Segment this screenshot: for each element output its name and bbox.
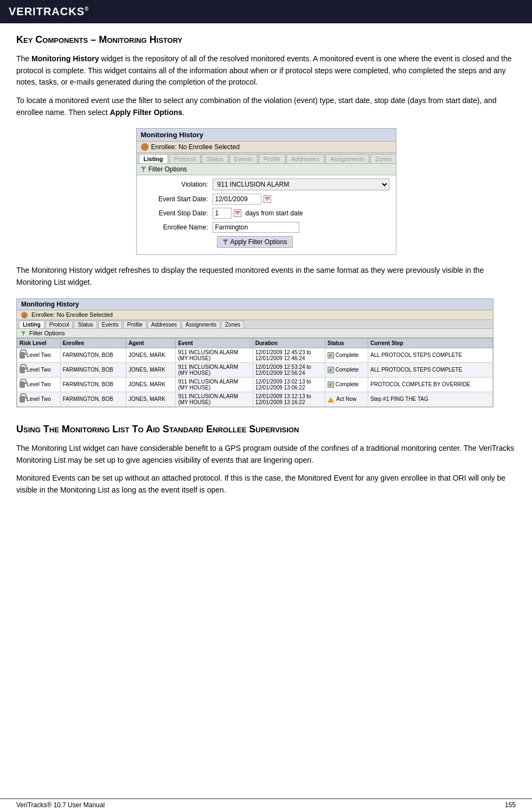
widget1-tabs: Listing Protocol Status Events Profile A… xyxy=(137,153,396,164)
widget1-titlebar: Monitoring History xyxy=(137,129,396,142)
start-date-label: Event Start Date: xyxy=(143,195,208,203)
tab-status[interactable]: Status xyxy=(202,154,228,163)
col-enrollee: Enrollee xyxy=(60,338,126,348)
lock-icon xyxy=(20,352,25,359)
stop-date-input[interactable] xyxy=(213,208,232,219)
section2-title: Using the Monitoring List to Aid Standar… xyxy=(16,424,516,435)
cell-status: ✓ Complete xyxy=(325,377,368,392)
tab-addresses[interactable]: Addresses xyxy=(286,154,324,163)
widget2-titlebar: Monitoring History xyxy=(17,299,493,310)
apply-filter-bold: Apply Filter Options xyxy=(110,108,183,117)
violation-select[interactable]: 911 INCLUSION ALARM xyxy=(213,178,389,190)
col-status: Status xyxy=(325,338,368,348)
widget1-screenshot: Monitoring History Enrollee: No Enrollee… xyxy=(16,128,516,255)
cell-event: 911 INCLUSION ALARM(MY HOUSE) xyxy=(176,377,253,392)
widget2-tab-profile[interactable]: Profile xyxy=(123,321,146,328)
widget1-enrollee-label: Enrollee: No Enrollee Selected xyxy=(151,143,240,151)
complete-icon: ✓ xyxy=(328,352,334,359)
cell-agent: JONES, MARK xyxy=(126,377,176,392)
col-risk-level: Risk Level xyxy=(17,338,61,348)
cell-event: 911 INCLUSION ALARM(MY HOUSE) xyxy=(176,362,253,377)
monitoring-history-table: Risk Level Enrollee Agent Event Duration… xyxy=(17,338,493,407)
cell-step: ALL PROTOCOL STEPS COMPLETE xyxy=(368,348,492,362)
cell-risk: Level Two xyxy=(17,377,61,392)
stop-date-label: Event Stop Date: xyxy=(143,209,208,217)
complete-icon: ✓ xyxy=(328,367,334,373)
widget2-enrollee-bar: Enrollee: No Enrollee Selected xyxy=(17,310,493,320)
complete-icon: ✓ xyxy=(328,381,334,388)
stop-date-calendar-icon[interactable]: 📅 xyxy=(234,209,241,217)
cell-status: Act Now xyxy=(325,392,368,406)
widget2-title: Monitoring History xyxy=(21,301,79,308)
start-date-control: 📅 xyxy=(213,194,389,205)
cell-step: ALL PROTOCOL STEPS COMPLETE xyxy=(368,362,492,377)
calendar-icon[interactable]: 📅 xyxy=(264,195,271,203)
violation-label: Violation: xyxy=(143,181,208,188)
enrollee-name-label: Enrollee Name: xyxy=(143,223,208,231)
violation-control: 911 INCLUSION ALARM xyxy=(213,178,389,190)
apply-row: Apply Filter Options xyxy=(143,236,389,248)
widget2-tab-zones[interactable]: Zones xyxy=(221,321,244,328)
cell-step: Step #1 PING THE TAG xyxy=(368,392,492,406)
widget2-filter-header: Filter Options xyxy=(17,329,493,338)
section2: Using the Monitoring List to Aid Standar… xyxy=(16,424,516,496)
start-date-input[interactable] xyxy=(213,194,261,205)
widget1-filter-body: Violation: 911 INCLUSION ALARM Event Sta… xyxy=(137,175,396,254)
cell-agent: JONES, MARK xyxy=(126,348,176,362)
enrollee-name-control xyxy=(213,222,389,233)
widget2-tab-addresses[interactable]: Addresses xyxy=(148,321,181,328)
stop-date-control: 📅 days from start date xyxy=(213,208,389,219)
widget2-enrollee-icon xyxy=(21,312,28,318)
section1-para2: To locate a monitored event use the filt… xyxy=(16,95,516,118)
cell-event: 911 INCLUSION ALARM(MY HOUSE) xyxy=(176,392,253,406)
filter-icon xyxy=(141,167,146,172)
section2-para1: The Monitoring List widget can have cons… xyxy=(16,443,516,466)
cell-risk: Level Two xyxy=(17,348,61,362)
cell-enrollee: FARMINGTON, BOB xyxy=(60,362,126,377)
apply-filter-button[interactable]: Apply Filter Options xyxy=(217,236,293,248)
section1-para3: The Monitoring History widget refreshes … xyxy=(16,265,516,288)
widget2-tab-protocol[interactable]: Protocol xyxy=(46,321,73,328)
widget2-filter-icon xyxy=(21,331,25,336)
section1-para2-suffix: . xyxy=(182,108,184,117)
lock-icon xyxy=(20,367,25,373)
table-row: Level Two FARMINGTON, BOB JONES, MARK 91… xyxy=(17,377,493,392)
cell-status: ✓ Complete xyxy=(325,362,368,377)
apply-button-label: Apply Filter Options xyxy=(230,238,287,246)
enrollee-name-row: Enrollee Name: xyxy=(143,222,389,233)
enrollee-icon xyxy=(141,143,149,151)
widget2-filter-label: Filter Options xyxy=(29,330,65,336)
page-footer: VeriTracks® 10.7 User Manual 155 xyxy=(0,799,532,811)
widget2-tab-events[interactable]: Events xyxy=(98,321,123,328)
start-date-row: Event Start Date: 📅 xyxy=(143,194,389,205)
enrollee-name-input[interactable] xyxy=(213,222,299,233)
table-body: Level Two FARMINGTON, BOB JONES, MARK 91… xyxy=(17,348,493,406)
tab-events[interactable]: Events xyxy=(229,154,258,163)
cell-status: ✓ Complete xyxy=(325,348,368,362)
col-event: Event xyxy=(176,338,253,348)
widget2-tab-status[interactable]: Status xyxy=(74,321,97,328)
tab-assignments[interactable]: Assignments xyxy=(325,154,369,163)
tab-listing[interactable]: Listing xyxy=(139,154,168,163)
cell-enrollee: FARMINGTON, BOB xyxy=(60,392,126,406)
widget2-enrollee-label: Enrollee: No Enrollee Selected xyxy=(31,311,113,318)
widget2-tab-listing[interactable]: Listing xyxy=(19,321,44,328)
cell-enrollee: FARMINGTON, BOB xyxy=(60,377,126,392)
section2-para2: Monitored Events can be set up without a… xyxy=(16,472,516,496)
widget2-box: Monitoring History Enrollee: No Enrollee… xyxy=(16,298,493,407)
widget1-box: Monitoring History Enrollee: No Enrollee… xyxy=(136,128,396,255)
widget2-tabs: Listing Protocol Status Events Profile A… xyxy=(17,320,493,329)
lock-icon xyxy=(20,396,25,403)
table-header-row: Risk Level Enrollee Agent Event Duration… xyxy=(17,338,493,348)
table-header: Risk Level Enrollee Agent Event Duration… xyxy=(17,338,493,348)
widget2-tab-assignments[interactable]: Assignments xyxy=(182,321,220,328)
tab-protocol[interactable]: Protocol xyxy=(169,154,201,163)
cell-duration: 12/01/2009 13:02:13 to12/01/2009 13:06:2… xyxy=(253,377,325,392)
logo-sup: ® xyxy=(85,6,89,12)
tab-zones[interactable]: Zones xyxy=(370,154,397,163)
cell-enrollee: FARMINGTON, BOB xyxy=(60,348,126,362)
cell-risk: Level Two xyxy=(17,362,61,377)
tab-profile[interactable]: Profile xyxy=(259,154,285,163)
cell-risk: Level Two xyxy=(17,392,61,406)
footer-left: VeriTracks® 10.7 User Manual xyxy=(16,801,105,809)
